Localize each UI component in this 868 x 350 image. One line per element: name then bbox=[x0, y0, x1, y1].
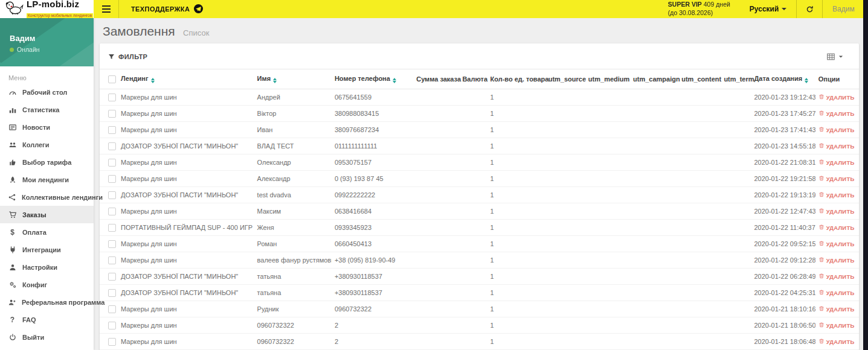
column-header-created[interactable]: Дата создания bbox=[751, 69, 815, 89]
sidebar-item-statistics[interactable]: Статистика bbox=[0, 101, 94, 118]
delete-button[interactable]: УДАЛИТЬ bbox=[818, 240, 855, 248]
support-link[interactable]: ТЕХПОДДЕРЖКА bbox=[119, 0, 215, 18]
row-checkbox[interactable] bbox=[108, 289, 116, 297]
sidebar-item-config[interactable]: Конфиг bbox=[0, 276, 94, 293]
trash-icon bbox=[818, 338, 825, 346]
cell-sum bbox=[413, 317, 459, 334]
refresh-button[interactable] bbox=[796, 0, 823, 18]
cell-sum bbox=[413, 252, 459, 269]
column-settings-button[interactable] bbox=[826, 52, 843, 61]
select-all-checkbox[interactable] bbox=[108, 75, 116, 83]
sidebar-item-news[interactable]: Новости bbox=[0, 118, 94, 136]
row-checkbox[interactable] bbox=[108, 159, 116, 167]
topbar: LP-mobi.biz Конструктор мобильных лендин… bbox=[0, 0, 868, 18]
delete-button[interactable]: УДАЛИТЬ bbox=[818, 273, 855, 281]
column-header-utm_source: utm_source bbox=[545, 69, 585, 89]
sort-icon[interactable] bbox=[273, 78, 277, 83]
delete-button[interactable]: УДАЛИТЬ bbox=[818, 142, 855, 150]
row-checkbox[interactable] bbox=[108, 191, 116, 199]
trash-icon bbox=[818, 142, 825, 150]
sidebar-item-colleagues[interactable]: Коллеги bbox=[0, 136, 94, 153]
cell-name: Олександр bbox=[254, 154, 332, 171]
row-checkbox[interactable] bbox=[108, 240, 116, 248]
cell-utm_campaign bbox=[630, 220, 678, 236]
row-checkbox[interactable] bbox=[108, 273, 116, 281]
sidebar: Вадим Онлайн Меню Рабочий столСтатистика… bbox=[0, 18, 94, 350]
row-checkbox[interactable] bbox=[108, 126, 116, 134]
row-checkbox[interactable] bbox=[108, 110, 116, 118]
cell-utm_content bbox=[678, 171, 721, 187]
sidebar-item-referral[interactable]: Реферальная программа bbox=[0, 293, 94, 311]
column-header-name[interactable]: Имя bbox=[254, 69, 332, 89]
cell-landing: Маркеры для шин bbox=[118, 171, 254, 187]
cell-qty: 1 bbox=[487, 334, 545, 350]
cell-utm_medium bbox=[585, 301, 630, 317]
cell-landing: ПОРТАТИВНЫЙ ГЕЙМПАД SUP - 400 ИГР В 1 bbox=[118, 220, 254, 236]
delete-button[interactable]: УДАЛИТЬ bbox=[818, 338, 855, 346]
page-scrollbar[interactable] bbox=[863, 0, 868, 350]
sidebar-item-tariff[interactable]: Выбор тарифа bbox=[0, 153, 94, 171]
delete-button[interactable]: УДАЛИТЬ bbox=[818, 289, 855, 297]
sidebar-item-my-landings[interactable]: Мои лендинги bbox=[0, 171, 94, 188]
delete-button[interactable]: УДАЛИТЬ bbox=[818, 110, 855, 118]
column-header-landing[interactable]: Лендинг bbox=[118, 69, 254, 89]
topbar-username[interactable]: Вадим bbox=[823, 5, 868, 13]
sidebar-item-label: Заказы bbox=[22, 211, 47, 218]
cell-utm_campaign bbox=[630, 236, 678, 252]
sidebar-item-dashboard[interactable]: Рабочий стол bbox=[0, 83, 94, 101]
filter-button[interactable]: ФИЛЬТР bbox=[108, 53, 147, 60]
delete-button[interactable]: УДАЛИТЬ bbox=[818, 159, 855, 167]
delete-button[interactable]: УДАЛИТЬ bbox=[818, 175, 855, 183]
menu-section-label: Меню bbox=[8, 74, 94, 81]
delete-button[interactable]: УДАЛИТЬ bbox=[818, 94, 855, 101]
sidebar-item-faq[interactable]: ?FAQ bbox=[0, 311, 94, 328]
table-row: Маркеры для шинИван38097668723412020-01-… bbox=[100, 122, 859, 138]
power-icon bbox=[8, 333, 17, 342]
delete-button[interactable]: УДАЛИТЬ bbox=[818, 305, 855, 313]
cell-currency bbox=[459, 269, 487, 285]
cell-utm_source bbox=[545, 187, 585, 203]
cell-utm_campaign bbox=[630, 317, 678, 334]
trash-icon bbox=[818, 224, 825, 232]
row-checkbox[interactable] bbox=[108, 175, 116, 183]
sidebar-item-label: Конфиг bbox=[22, 281, 47, 288]
cell-utm_term bbox=[721, 171, 751, 187]
language-selector[interactable]: Русский bbox=[740, 0, 797, 18]
delete-button[interactable]: УДАЛИТЬ bbox=[818, 126, 855, 134]
brand-logo[interactable]: LP-mobi.biz Конструктор мобильных лендин… bbox=[0, 0, 94, 18]
cell-qty: 1 bbox=[487, 285, 545, 301]
sort-icon[interactable] bbox=[151, 78, 155, 83]
sidebar-item-orders[interactable]: Заказы bbox=[0, 206, 94, 223]
delete-button[interactable]: УДАЛИТЬ bbox=[818, 256, 855, 264]
row-checkbox[interactable] bbox=[108, 256, 116, 264]
column-header-options: Опции bbox=[815, 69, 859, 89]
cell-created: 2020-01-22 11:40:37 bbox=[751, 220, 815, 236]
profile-card: Вадим Онлайн bbox=[0, 18, 94, 66]
sidebar-toggle-button[interactable] bbox=[94, 0, 119, 18]
delete-button[interactable]: УДАЛИТЬ bbox=[818, 191, 855, 199]
sidebar-item-settings[interactable]: Настройки bbox=[0, 258, 94, 276]
row-checkbox[interactable] bbox=[108, 94, 116, 101]
sort-icon[interactable] bbox=[393, 78, 396, 83]
column-header-phone[interactable]: Номер телефона bbox=[332, 69, 413, 89]
trash-icon bbox=[818, 126, 825, 134]
trash-icon bbox=[818, 191, 825, 199]
delete-button[interactable]: УДАЛИТЬ bbox=[818, 208, 855, 215]
cell-currency bbox=[459, 334, 487, 350]
sort-icon[interactable] bbox=[805, 78, 808, 83]
row-checkbox[interactable] bbox=[108, 338, 116, 346]
delete-button[interactable]: УДАЛИТЬ bbox=[818, 322, 855, 329]
trash-icon bbox=[818, 273, 825, 281]
sidebar-item-logout[interactable]: Выйти bbox=[0, 328, 94, 346]
sidebar-item-payment[interactable]: $Оплата bbox=[0, 223, 94, 241]
row-checkbox[interactable] bbox=[108, 305, 116, 313]
sidebar-item-collective-landings[interactable]: Коллективные лендинги bbox=[0, 188, 94, 206]
delete-button[interactable]: УДАЛИТЬ bbox=[818, 224, 855, 232]
column-header-utm_medium: utm_medium bbox=[585, 69, 630, 89]
row-checkbox[interactable] bbox=[108, 224, 116, 232]
row-checkbox[interactable] bbox=[108, 322, 116, 329]
sidebar-item-integrations[interactable]: Интеграции bbox=[0, 241, 94, 258]
row-checkbox[interactable] bbox=[108, 142, 116, 150]
cell-utm_term bbox=[721, 220, 751, 236]
row-checkbox[interactable] bbox=[108, 208, 116, 215]
